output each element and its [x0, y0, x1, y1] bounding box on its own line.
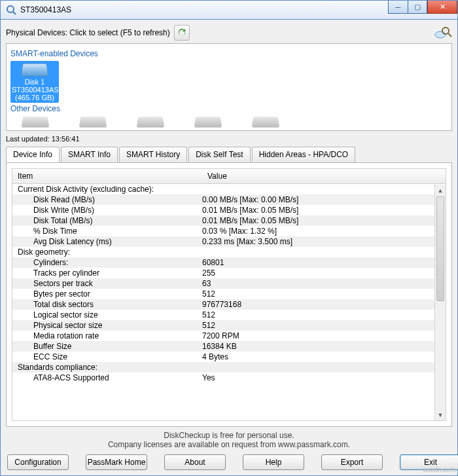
refresh-button[interactable] — [174, 25, 190, 41]
maximize-button[interactable]: ▢ — [408, 1, 427, 14]
footer-text: DiskCheckup is free for personal use. Co… — [6, 431, 452, 449]
cell-value: 4 Bytes — [202, 352, 446, 361]
other-device-icon[interactable] — [194, 117, 222, 127]
cell-item: Buffer Size — [12, 342, 202, 351]
configuration-button[interactable]: Configuration — [7, 454, 69, 470]
footer-line2: Company licenses are available on reques… — [6, 440, 452, 449]
hdd-icon — [20, 64, 48, 77]
scroll-thumb[interactable] — [436, 196, 444, 301]
table-row[interactable]: Total disk sectors976773168 — [12, 299, 446, 310]
svg-line-4 — [448, 33, 451, 37]
table-row[interactable]: Logical sector size512 — [12, 310, 446, 320]
cell-value: 16384 KB — [202, 342, 446, 351]
title-bar: ST3500413AS ─ ▢ ✕ — [0, 0, 458, 20]
table-row[interactable]: Tracks per cylinder255 — [12, 268, 446, 278]
disk-name: Disk 1 — [12, 78, 58, 86]
help-button[interactable]: Help — [243, 454, 304, 470]
other-devices-header: Other Devices — [10, 104, 448, 113]
table-header: Item Value — [12, 169, 446, 184]
scrollbar[interactable]: ▲ ▼ — [434, 185, 446, 420]
cell-item: Media rotation rate — [12, 331, 202, 340]
table-row[interactable]: ECC Size4 Bytes — [12, 352, 446, 362]
svg-point-0 — [7, 6, 14, 12]
table-row[interactable]: Cylinders:60801 — [12, 257, 446, 268]
cell-value — [202, 185, 446, 194]
scroll-down-icon[interactable]: ▼ — [435, 409, 446, 420]
table-row[interactable]: % Disk Time0.03 % [Max: 1.32 %] — [12, 226, 446, 236]
cell-value: 0.00 MB/s [Max: 0.00 MB/s] — [202, 195, 446, 204]
cell-value: 0.03 % [Max: 1.32 %] — [202, 227, 446, 236]
table-row[interactable]: Sectors per track63 — [12, 278, 446, 289]
disk-model: ST3500413AS — [12, 86, 58, 94]
scroll-up-icon[interactable]: ▲ — [435, 185, 446, 196]
tab-smart-info[interactable]: SMART Info — [61, 147, 118, 162]
close-button[interactable]: ✕ — [427, 1, 457, 14]
tab-smart-history[interactable]: SMART History — [119, 147, 187, 162]
col-item[interactable]: Item — [12, 169, 202, 183]
refresh-icon — [177, 28, 186, 37]
cell-item: Cylinders: — [12, 258, 202, 267]
cell-item: Logical sector size — [12, 310, 202, 320]
cell-value: 60801 — [202, 258, 446, 267]
cell-item: Bytes per sector — [12, 289, 202, 299]
other-device-icon[interactable] — [79, 117, 107, 127]
about-button[interactable]: About — [164, 454, 226, 470]
table-row[interactable]: Avg Disk Latency (ms)0.233 ms [Max: 3.50… — [12, 236, 446, 247]
device-panel: SMART-enabled Devices Disk 1 ST3500413AS… — [6, 43, 452, 131]
cell-item: Disk Total (MB/s) — [12, 216, 202, 225]
cell-item: Tracks per cylinder — [12, 268, 202, 278]
other-device-icon[interactable] — [22, 117, 50, 127]
table-row[interactable]: Media rotation rate7200 RPM — [12, 331, 446, 341]
svg-point-2 — [435, 31, 446, 38]
table-row[interactable]: ATA8-ACS SupportedYes — [12, 373, 446, 383]
cell-value: 976773168 — [202, 300, 446, 309]
table-row[interactable]: Bytes per sector512 — [12, 289, 446, 299]
cell-value: 0.233 ms [Max: 3.500 ms] — [202, 237, 446, 246]
table-row[interactable]: Current Disk Activity (excluding cache): — [12, 184, 446, 194]
table-row[interactable]: Physical sector size512 — [12, 320, 446, 331]
footer-line1: DiskCheckup is free for personal use. — [6, 431, 452, 440]
cell-value: 512 — [202, 321, 446, 330]
tab-device-info[interactable]: Device Info — [6, 147, 60, 162]
app-icon — [6, 5, 16, 15]
cell-item: % Disk Time — [12, 227, 202, 236]
other-device-icon[interactable] — [252, 117, 280, 127]
svg-line-1 — [13, 12, 16, 14]
physical-devices-label: Physical Devices: Click to select (F5 to… — [6, 28, 170, 37]
cell-value: Yes — [202, 373, 446, 382]
cell-value: 63 — [202, 279, 446, 288]
cell-value: 0.01 MB/s [Max: 0.05 MB/s] — [202, 216, 446, 225]
passmark-home-button[interactable]: PassMark Home — [86, 454, 147, 470]
cell-value: 512 — [202, 310, 446, 320]
col-value[interactable]: Value — [202, 169, 446, 183]
search-disk-icon[interactable] — [434, 26, 452, 40]
svg-point-3 — [442, 27, 449, 34]
cell-item: Total disk sectors — [12, 300, 202, 309]
tab-strip: Device Info SMART Info SMART History Dis… — [6, 147, 452, 163]
table-row[interactable]: Standards compliance: — [12, 362, 446, 373]
table-row[interactable]: Disk geometry: — [12, 247, 446, 257]
table-row[interactable]: Disk Total (MB/s)0.01 MB/s [Max: 0.05 MB… — [12, 215, 446, 226]
smart-devices-header: SMART-enabled Devices — [10, 49, 448, 58]
cell-item: Avg Disk Latency (ms) — [12, 237, 202, 246]
cell-item: Physical sector size — [12, 321, 202, 330]
table-row[interactable]: Disk Write (MB/s)0.01 MB/s [Max: 0.05 MB… — [12, 205, 446, 215]
cell-item: ECC Size — [12, 352, 202, 361]
table-row[interactable]: Disk Read (MB/s)0.00 MB/s [Max: 0.00 MB/… — [12, 194, 446, 205]
table-row[interactable]: Buffer Size16384 KB — [12, 341, 446, 352]
cell-value — [202, 363, 446, 372]
window-title: ST3500413AS — [20, 5, 71, 14]
cell-value: 255 — [202, 268, 446, 278]
other-device-icon[interactable] — [137, 117, 165, 127]
tab-disk-self-test[interactable]: Disk Self Test — [188, 147, 250, 162]
export-button[interactable]: Export — [321, 454, 383, 470]
last-updated-label: Last updated: 13:56:41 — [6, 135, 452, 143]
disk-item-selected[interactable]: Disk 1 ST3500413AS (465.76 GB) — [10, 61, 59, 103]
cell-value: 0.01 MB/s [Max: 0.05 MB/s] — [202, 206, 446, 215]
cell-item: Disk Read (MB/s) — [12, 195, 202, 204]
device-info-table: Item Value Current Disk Activity (exclud… — [12, 168, 446, 421]
cell-item: Disk geometry: — [12, 247, 202, 257]
tab-hidden-areas[interactable]: Hidden Areas - HPA/DCO — [252, 147, 356, 162]
minimize-button[interactable]: ─ — [388, 1, 408, 14]
tab-body: Item Value Current Disk Activity (exclud… — [6, 162, 452, 427]
